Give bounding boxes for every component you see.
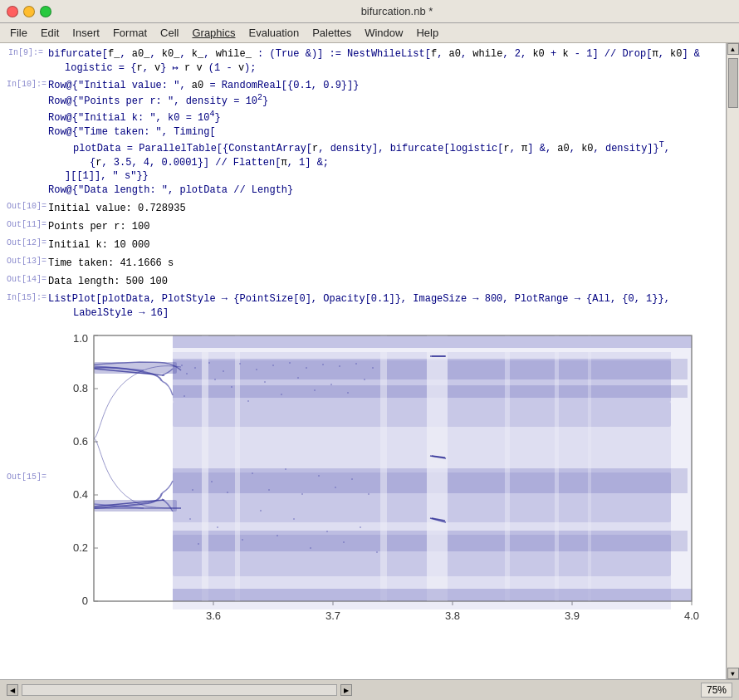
out-plot: Out[15]= 0 0.2 0.4 0.6 0.8 1.0 bbox=[7, 323, 719, 647]
output-text: Time taken: 41.1666 s bbox=[48, 256, 719, 271]
output-text: Points per r: 100 bbox=[48, 219, 719, 234]
close-button[interactable] bbox=[7, 6, 18, 17]
menu-palettes[interactable]: Palettes bbox=[306, 25, 358, 41]
svg-rect-93 bbox=[173, 335, 692, 601]
bifurcation-diagram: 0 0.2 0.4 0.6 0.8 1.0 3.6 3.7 bbox=[48, 327, 704, 643]
out-initial-value: Out[10]= Initial value: 0.728935 bbox=[7, 200, 719, 217]
out-label-12: Out[12]= bbox=[7, 237, 48, 253]
output-text: Data length: 500 100 bbox=[48, 274, 719, 289]
status-bar: ◀ ▶ 75% bbox=[0, 679, 739, 700]
svg-rect-94 bbox=[173, 335, 692, 348]
code-line: Row@{"Time taken: ", Timing[ bbox=[48, 125, 719, 140]
code-line: Row@{"Data length: ", plotData // Length… bbox=[48, 184, 719, 198]
menu-edit[interactable]: Edit bbox=[34, 25, 66, 41]
notebook-content[interactable]: In[9]:= bifurcate[f_, a0_, k0_, k_, whil… bbox=[0, 43, 726, 679]
out-label-15: Out[15]= bbox=[7, 323, 48, 647]
horizontal-scroll-track[interactable] bbox=[22, 684, 337, 696]
svg-text:3.7: 3.7 bbox=[325, 609, 340, 622]
statusbar-left: ◀ ▶ bbox=[7, 684, 352, 696]
cell-1: In[9]:= bifurcate[f_, a0_, k0_, k_, whil… bbox=[7, 47, 719, 76]
code-line: Row@{"Initial value: ", a0 = RandomReal[… bbox=[48, 79, 719, 93]
svg-text:0.8: 0.8 bbox=[73, 382, 88, 394]
svg-text:0.6: 0.6 bbox=[73, 435, 88, 448]
menu-window[interactable]: Window bbox=[358, 25, 409, 41]
out-time: Out[13]= Time taken: 41.1666 s bbox=[7, 255, 719, 272]
svg-text:3.6: 3.6 bbox=[206, 609, 221, 622]
scroll-up-button[interactable]: ▲ bbox=[727, 43, 739, 55]
main-area: In[9]:= bifurcate[f_, a0_, k0_, k_, whil… bbox=[0, 43, 739, 679]
scroll-left-button[interactable]: ◀ bbox=[7, 684, 18, 696]
out-label-14: Out[14]= bbox=[7, 273, 48, 290]
scroll-down-button[interactable]: ▼ bbox=[727, 668, 739, 679]
output-text: Initial value: 0.728935 bbox=[48, 201, 719, 216]
svg-text:3.8: 3.8 bbox=[445, 609, 460, 622]
menu-evaluation[interactable]: Evaluation bbox=[242, 25, 306, 41]
out-initial-k: Out[12]= Initial k: 10 000 bbox=[7, 237, 719, 253]
code-line: logistic = {r, v} ↦ r v (1 - v); bbox=[48, 61, 719, 76]
cell-15-content[interactable]: ListPlot[plotData, PlotStyle → {PointSiz… bbox=[48, 291, 719, 321]
out-content-13: Time taken: 41.1666 s bbox=[48, 255, 719, 272]
cell-1-label: In[9]:= bbox=[7, 47, 48, 76]
svg-text:3.9: 3.9 bbox=[565, 609, 580, 622]
code-line: bifurcate[f_, a0_, k0_, k_, while_ : (Tr… bbox=[48, 47, 719, 61]
menu-format[interactable]: Format bbox=[106, 25, 154, 41]
out-content-14: Data length: 500 100 bbox=[48, 273, 719, 290]
out-content-10: Initial value: 0.728935 bbox=[48, 200, 719, 217]
code-line: Row@{"Initial k: ", k0 = 104} bbox=[48, 109, 719, 125]
vertical-scrollbar[interactable]: ▲ ▼ bbox=[726, 43, 739, 679]
menu-graphics[interactable]: Graphics bbox=[185, 25, 242, 41]
out-label-13: Out[13]= bbox=[7, 255, 48, 272]
menu-file[interactable]: File bbox=[3, 25, 34, 41]
svg-rect-96 bbox=[94, 362, 177, 374]
cell-2: In[10]:= Row@{"Initial value: ", a0 = Ra… bbox=[7, 78, 719, 198]
code-line: Row@{"Points per r: ", density = 102} bbox=[48, 92, 719, 109]
menu-insert[interactable]: Insert bbox=[66, 25, 106, 41]
bifurcation-plot-container: 0 0.2 0.4 0.6 0.8 1.0 3.6 3.7 bbox=[48, 323, 719, 647]
minimize-button[interactable] bbox=[23, 6, 35, 17]
maximize-button[interactable] bbox=[40, 6, 51, 17]
zoom-level[interactable]: 75% bbox=[701, 683, 732, 698]
menu-help[interactable]: Help bbox=[409, 25, 445, 41]
out-content-12: Initial k: 10 000 bbox=[48, 237, 719, 253]
code-line: LabelStyle → 16] bbox=[48, 306, 719, 321]
svg-text:0: 0 bbox=[82, 595, 88, 607]
cell-listplot: In[15]:= ListPlot[plotData, PlotStyle → … bbox=[7, 291, 719, 321]
svg-text:4.0: 4.0 bbox=[684, 609, 699, 622]
window-controls[interactable] bbox=[7, 6, 51, 17]
code-line: ListPlot[plotData, PlotStyle → {PointSiz… bbox=[48, 292, 719, 306]
menu-bar: File Edit Insert Format Cell Graphics Ev… bbox=[0, 23, 739, 43]
cell-2-content[interactable]: Row@{"Initial value: ", a0 = RandomReal[… bbox=[48, 78, 719, 198]
code-line: ][[1]], " s"}} bbox=[48, 169, 719, 184]
menu-cell[interactable]: Cell bbox=[154, 25, 185, 41]
code-line: plotData = ParallelTable[{ConstantArray[… bbox=[48, 140, 719, 156]
out-label-10: Out[10]= bbox=[7, 200, 48, 217]
svg-text:0.2: 0.2 bbox=[73, 541, 88, 554]
code-line: {r, 3.5, 4, 0.0001}] // Flatten[π, 1] &; bbox=[48, 156, 719, 170]
out-label-11: Out[11]= bbox=[7, 218, 48, 235]
scroll-thumb[interactable] bbox=[728, 58, 738, 108]
svg-text:0.4: 0.4 bbox=[73, 488, 88, 501]
scroll-track[interactable] bbox=[727, 55, 739, 668]
output-text: Initial k: 10 000 bbox=[48, 237, 719, 252]
svg-rect-95 bbox=[173, 589, 692, 601]
svg-rect-97 bbox=[94, 500, 177, 512]
title-bar: bifurcation.nb * bbox=[0, 0, 739, 23]
cell-15-label: In[15]:= bbox=[7, 291, 48, 321]
out-content-11: Points per r: 100 bbox=[48, 218, 719, 235]
cell-1-content[interactable]: bifurcate[f_, a0_, k0_, k_, while_ : (Tr… bbox=[48, 47, 719, 76]
svg-text:1.0: 1.0 bbox=[73, 332, 88, 345]
scroll-right-button[interactable]: ▶ bbox=[340, 684, 352, 696]
cell-2-label: In[10]:= bbox=[7, 78, 48, 198]
out-points: Out[11]= Points per r: 100 bbox=[7, 218, 719, 235]
window-title: bifurcation.nb * bbox=[61, 5, 732, 17]
out-data-length: Out[14]= Data length: 500 100 bbox=[7, 273, 719, 290]
